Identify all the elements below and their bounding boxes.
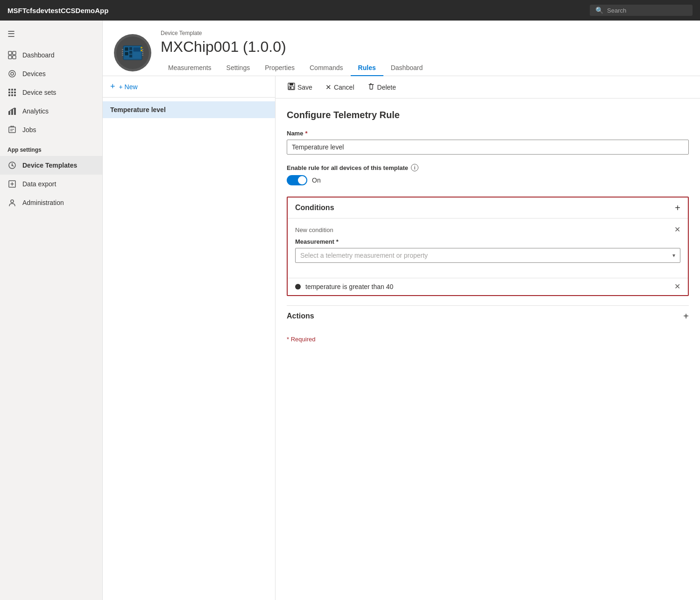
tab-properties[interactable]: Properties xyxy=(257,60,302,76)
hamburger-button[interactable]: ☰ xyxy=(0,24,102,46)
save-button[interactable]: Save xyxy=(285,81,315,93)
new-button[interactable]: + + New xyxy=(110,82,138,92)
analytics-icon xyxy=(7,106,17,116)
left-panel-list: Temperature level xyxy=(103,98,275,122)
actions-header[interactable]: Actions + xyxy=(287,305,689,326)
save-icon xyxy=(288,83,295,92)
svg-rect-6 xyxy=(8,89,10,91)
sidebar-label-jobs: Jobs xyxy=(22,126,36,134)
sidebar-label-analytics: Analytics xyxy=(22,107,49,115)
tab-dashboard[interactable]: Dashboard xyxy=(383,60,431,76)
delete-button[interactable]: Delete xyxy=(365,81,399,93)
chevron-down-icon: ▾ xyxy=(672,252,675,259)
sidebar-item-jobs[interactable]: Jobs xyxy=(0,120,102,139)
sidebar-label-administration: Administration xyxy=(22,199,64,206)
tab-rules[interactable]: Rules xyxy=(351,60,383,76)
search-box[interactable]: 🔍 xyxy=(590,5,693,16)
save-label: Save xyxy=(297,84,312,91)
sidebar-item-devices[interactable]: Devices xyxy=(0,64,102,83)
device-sets-icon xyxy=(7,88,17,97)
list-item-temperature-level[interactable]: Temperature level xyxy=(103,101,275,118)
svg-rect-13 xyxy=(11,94,13,96)
svg-rect-29 xyxy=(129,47,132,50)
svg-rect-12 xyxy=(8,94,10,96)
svg-point-22 xyxy=(12,165,13,166)
delete-label: Delete xyxy=(377,84,396,91)
actions-title: Actions xyxy=(287,312,314,320)
new-condition-item: New condition ✕ Measurement * Select a t… xyxy=(288,218,688,278)
cancel-button[interactable]: ✕ Cancel xyxy=(323,81,357,93)
sidebar-item-device-sets[interactable]: Device sets xyxy=(0,83,102,102)
svg-rect-31 xyxy=(129,55,132,57)
jobs-icon xyxy=(7,125,17,134)
device-avatar xyxy=(114,34,151,71)
measurement-required: * xyxy=(336,238,339,245)
sidebar-item-administration[interactable]: Administration xyxy=(0,193,102,212)
actions-section: Actions + xyxy=(287,305,689,326)
sidebar-item-device-templates[interactable]: Device Templates xyxy=(0,156,102,175)
form-title: Configure Telemetry Rule xyxy=(287,110,689,120)
sidebar-item-data-export[interactable]: Data export xyxy=(0,175,102,193)
devices-icon xyxy=(7,69,17,78)
condition-dot xyxy=(295,284,301,289)
administration-icon xyxy=(7,198,17,207)
device-template-label: Device Template xyxy=(161,30,689,36)
plus-icon: + xyxy=(110,82,115,92)
close-new-condition-button[interactable]: ✕ xyxy=(674,226,680,233)
svg-rect-10 xyxy=(11,92,13,93)
measurement-placeholder: Select a telemetry measurement or proper… xyxy=(300,252,428,259)
measurement-select[interactable]: Select a telemetry measurement or proper… xyxy=(295,248,680,263)
enable-rule-toggle[interactable] xyxy=(287,175,307,185)
device-name: MXChip001 (1.0.0) xyxy=(161,38,689,56)
tab-measurements[interactable]: Measurements xyxy=(161,60,219,76)
left-panel: + + New Temperature level xyxy=(103,76,276,600)
existing-condition: temperature is greater than 40 ✕ xyxy=(288,278,688,295)
content-area: + + New Temperature level xyxy=(103,76,700,600)
svg-rect-14 xyxy=(14,94,16,96)
close-existing-condition-button[interactable]: ✕ xyxy=(674,283,680,290)
info-icon[interactable]: i xyxy=(411,164,418,171)
svg-rect-17 xyxy=(14,108,16,115)
sidebar-item-analytics[interactable]: Analytics xyxy=(0,102,102,120)
svg-rect-18 xyxy=(9,127,15,133)
existing-condition-left: temperature is greater than 40 xyxy=(295,283,393,290)
sidebar-label-devices: Devices xyxy=(22,70,46,78)
svg-rect-48 xyxy=(290,83,293,85)
toggle-on-label: On xyxy=(312,176,321,184)
topbar: MSFTcfsdevtestCCSDemoApp 🔍 xyxy=(0,0,700,21)
dashboard-icon xyxy=(7,50,17,60)
name-required: * xyxy=(305,130,307,137)
svg-rect-2 xyxy=(8,56,12,59)
search-input[interactable] xyxy=(607,7,687,14)
svg-rect-27 xyxy=(125,47,128,51)
conditions-title: Conditions xyxy=(295,204,334,212)
data-export-icon xyxy=(7,179,17,189)
name-input[interactable] xyxy=(287,140,689,155)
cancel-icon: ✕ xyxy=(325,83,332,92)
sidebar-item-dashboard[interactable]: Dashboard xyxy=(0,46,102,64)
svg-rect-1 xyxy=(13,51,16,55)
svg-rect-7 xyxy=(11,89,13,91)
layout: ☰ Dashboard Devices xyxy=(0,21,700,600)
svg-rect-11 xyxy=(14,92,16,93)
tab-settings[interactable]: Settings xyxy=(219,60,258,76)
left-panel-toolbar: + + New xyxy=(103,76,275,98)
required-note: * Required xyxy=(287,336,689,343)
right-panel: Save ✕ Cancel Delete xyxy=(276,76,700,600)
conditions-header[interactable]: Conditions + xyxy=(288,198,688,218)
svg-rect-32 xyxy=(133,47,141,52)
delete-icon xyxy=(368,83,375,92)
add-action-button[interactable]: + xyxy=(683,311,689,321)
sidebar-label-data-export: Data export xyxy=(22,180,56,188)
new-button-label: + New xyxy=(119,83,138,91)
device-templates-icon xyxy=(7,161,17,170)
app-title: MSFTcfsdevtestCCSDemoApp xyxy=(7,7,108,14)
right-panel-toolbar: Save ✕ Cancel Delete xyxy=(276,76,700,99)
svg-rect-50 xyxy=(290,87,291,89)
svg-rect-8 xyxy=(14,89,16,91)
add-condition-button[interactable]: + xyxy=(675,203,680,212)
conditions-section: Conditions + New condition ✕ Measurement xyxy=(287,197,689,296)
sidebar: ☰ Dashboard Devices xyxy=(0,21,103,600)
sidebar-label-device-templates: Device Templates xyxy=(22,162,77,169)
tab-commands[interactable]: Commands xyxy=(302,60,351,76)
